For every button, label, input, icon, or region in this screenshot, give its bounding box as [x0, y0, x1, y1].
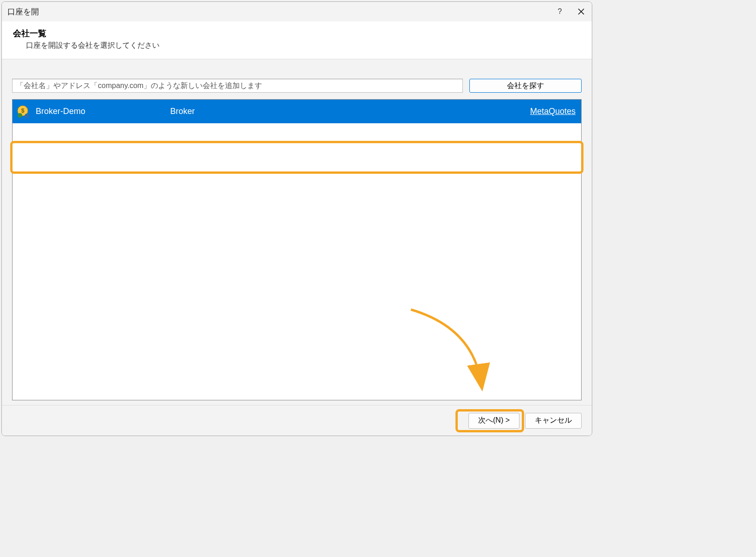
footer: 次へ(N) > キャンセル — [2, 405, 592, 436]
company-list[interactable]: $ Broker-Demo Broker MetaQuotes — [12, 99, 582, 400]
find-company-button[interactable]: 会社を探す — [469, 79, 582, 93]
company-broker-label: Broker — [170, 107, 530, 116]
svg-text:$: $ — [21, 108, 25, 114]
window-title: 口座を開 — [7, 6, 39, 17]
search-row: 会社を探す — [12, 79, 582, 93]
help-icon: ? — [558, 7, 562, 16]
header-section: 会社一覧 口座を開設する会社を選択してください — [2, 21, 592, 59]
next-button[interactable]: 次へ(N) > — [468, 413, 519, 429]
svg-point-4 — [18, 113, 22, 118]
company-search-input[interactable] — [12, 79, 463, 93]
dialog-window: 口座を開 ? 会社一覧 口座を開設する会社を選択してください 会社を探す — [1, 1, 592, 436]
help-button[interactable]: ? — [549, 2, 570, 21]
company-name: Broker-Demo — [36, 107, 170, 116]
main-area: 会社を探す $ Broker-Demo Broker MetaQuotes — [2, 59, 592, 405]
svg-point-5 — [25, 114, 29, 118]
company-list-row[interactable]: $ Broker-Demo Broker MetaQuotes — [13, 100, 581, 123]
header-subtitle: 口座を開設する会社を選択してください — [13, 41, 581, 51]
close-button[interactable] — [570, 2, 592, 21]
titlebar-buttons: ? — [549, 2, 592, 21]
header-title: 会社一覧 — [13, 28, 581, 39]
broker-icon: $ — [16, 104, 31, 119]
titlebar: 口座を開 ? — [2, 2, 592, 21]
cancel-button[interactable]: キャンセル — [525, 413, 582, 429]
metaquotes-link[interactable]: MetaQuotes — [530, 107, 576, 116]
close-icon — [578, 8, 584, 15]
